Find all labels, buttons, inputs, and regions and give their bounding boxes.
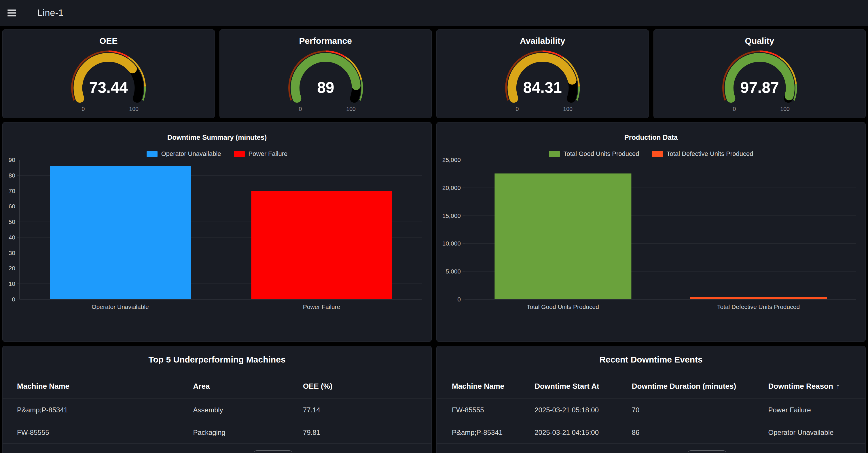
legend-label: Total Defective Units Produced	[667, 150, 753, 158]
table-row: P&amp;P-853412025-03-21 04:15:0086Operat…	[437, 421, 865, 444]
y-tick-label: 20,000	[442, 184, 461, 191]
y-tick-mark	[17, 175, 20, 176]
y-tick-mark	[17, 268, 20, 268]
y-tick-label: 15,000	[442, 212, 461, 219]
table-pager-button[interactable]	[688, 450, 726, 453]
x-axis-label: Total Defective Units Produced	[661, 303, 856, 310]
bar-total-defective-units-produced[interactable]	[690, 297, 827, 299]
menu-icon	[7, 15, 16, 17]
column-header-downtime-start-at[interactable]: Downtime Start At	[534, 382, 631, 391]
dashboard-title: Line-1	[37, 7, 64, 18]
gauge-title: Availability	[437, 30, 649, 46]
gauge: 84.310100	[437, 47, 649, 117]
legend-item-total-defective-units-produced[interactable]: Total Defective Units Produced	[652, 150, 753, 158]
y-tick-mark	[463, 160, 465, 160]
table-header-row: Machine NameDowntime Start AtDowntime Du…	[437, 374, 865, 399]
bar-total-good-units-produced[interactable]	[494, 174, 631, 299]
app-header: Line-1	[0, 0, 868, 26]
gauge: 73.440100	[3, 47, 215, 117]
table-panel-top-5-underperforming-machines: Top 5 Underperforming MachinesMachine Na…	[2, 346, 432, 453]
bar-operator-unavailable[interactable]	[50, 166, 191, 299]
cell-area: Packaging	[193, 428, 303, 436]
y-tick-mark	[17, 206, 20, 206]
table-pager-button[interactable]	[254, 450, 292, 453]
plot-right-border	[422, 160, 422, 303]
sort-ascending-icon: ↑	[836, 382, 840, 391]
legend-swatch	[147, 151, 158, 157]
gauge-title: Performance	[220, 30, 432, 46]
gauge: 97.870100	[654, 47, 866, 117]
cell-downtime-duration-minutes: 86	[632, 428, 768, 436]
gauge-title: Quality	[654, 30, 866, 46]
x-axis-label: Total Good Units Produced	[465, 303, 661, 310]
y-tick-mark	[17, 221, 20, 222]
legend-item-power-failure[interactable]: Power Failure	[234, 150, 288, 158]
cell-machine-name: FW-85555	[17, 428, 193, 436]
cell-machine-name: P&amp;P-85341	[452, 428, 534, 436]
legend-item-total-good-units-produced[interactable]: Total Good Units Produced	[549, 150, 639, 158]
table-row: FW-855552025-03-21 05:18:0070Power Failu…	[437, 399, 865, 421]
y-tick-mark	[463, 299, 465, 299]
gauge-min-label: 0	[733, 106, 736, 112]
y-tick-label: 0	[457, 296, 461, 303]
column-header-machine-name[interactable]: Machine Name	[17, 382, 193, 391]
cell-oee: 77.14	[303, 406, 431, 414]
legend-swatch	[652, 151, 663, 157]
x-axis-label: Operator Unavailable	[20, 303, 221, 310]
gauge-value-text: 97.87	[740, 79, 779, 96]
column-header-label: Downtime Start At	[534, 382, 599, 391]
gauge-min-label: 0	[82, 106, 85, 112]
column-header-machine-name[interactable]: Machine Name	[452, 382, 534, 391]
table-row: FW-85555Packaging79.81	[3, 421, 431, 444]
chart-legend: Total Good Units ProducedTotal Defective…	[437, 150, 865, 158]
gauge-max-label: 100	[563, 106, 572, 112]
gauge-arc: 73.440100	[3, 47, 215, 117]
gauge-value-text: 73.44	[89, 79, 128, 96]
chart-panel-production-data: Production DataTotal Good Units Produced…	[436, 122, 866, 342]
cell-machine-name: FW-85555	[452, 406, 534, 414]
cell-area: Assembly	[193, 406, 303, 414]
cell-downtime-duration-minutes: 70	[632, 406, 768, 414]
y-tick-label: 40	[9, 234, 15, 241]
dashboard-grid: OEE73.440100Performance890100Availabilit…	[0, 26, 868, 453]
column-header-downtime-duration-minutes[interactable]: Downtime Duration (minutes)	[632, 382, 768, 391]
legend-label: Total Good Units Produced	[564, 150, 639, 158]
chart-title: Downtime Summary (minutes)	[3, 122, 431, 142]
chart-body: 0102030405060708090Operator UnavailableP…	[3, 160, 422, 299]
column-header-area[interactable]: Area	[193, 382, 303, 391]
table-header-row: Machine NameAreaOEE (%)	[3, 374, 431, 399]
gauge-arc: 890100	[220, 47, 432, 117]
y-tick-label: 25,000	[442, 156, 461, 163]
menu-icon	[7, 9, 16, 11]
legend-item-operator-unavailable[interactable]: Operator Unavailable	[147, 150, 221, 158]
y-tick-mark	[17, 191, 20, 191]
menu-button[interactable]	[7, 5, 23, 21]
y-tick-mark	[17, 283, 20, 284]
chart-title: Production Data	[437, 122, 865, 142]
y-tick-label: 0	[12, 296, 15, 303]
column-header-label: OEE (%)	[303, 382, 333, 391]
column-header-label: Machine Name	[17, 382, 69, 391]
column-header-oee[interactable]: OEE (%)	[303, 382, 431, 391]
y-tick-label: 60	[9, 203, 15, 210]
menu-icon	[7, 12, 16, 13]
cell-oee: 79.81	[303, 428, 431, 436]
gauge-arc: 97.870100	[654, 47, 866, 117]
plot-right-border	[856, 160, 856, 303]
y-tick-label: 10,000	[442, 240, 461, 247]
y-axis: 05,00010,00015,00020,00025,000	[437, 160, 465, 299]
x-axis-label: Power Failure	[221, 303, 422, 310]
gauge-panel-oee: OEE73.440100	[2, 29, 215, 118]
plot-area: Total Good Units ProducedTotal Defective…	[465, 160, 856, 299]
plot-area: Operator UnavailablePower Failure	[19, 160, 422, 299]
cell-downtime-start-at: 2025-03-21 04:15:00	[534, 428, 631, 436]
y-tick-label: 5,000	[445, 268, 461, 275]
column-header-label: Machine Name	[452, 382, 504, 391]
column-header-label: Downtime Reason	[768, 382, 833, 391]
gauge-value-text: 89	[317, 79, 334, 96]
gauge-max-label: 100	[780, 106, 790, 112]
y-tick-label: 70	[9, 188, 15, 194]
bar-power-failure[interactable]	[251, 191, 392, 299]
cell-downtime-reason: Operator Unavailable	[768, 428, 865, 436]
column-header-downtime-reason[interactable]: Downtime Reason↑	[768, 382, 865, 391]
